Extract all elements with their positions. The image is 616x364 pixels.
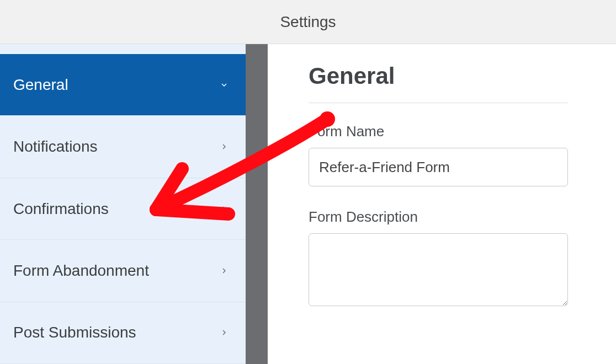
panel-divider (246, 44, 268, 364)
sidebar-item-post-submissions[interactable]: Post Submissions (0, 302, 246, 364)
settings-sidebar: General Notifications Confirmations Form… (0, 44, 246, 364)
sidebar-item-label: Confirmations (13, 200, 219, 218)
chevron-right-icon (219, 204, 229, 214)
sidebar-item-form-abandonment[interactable]: Form Abandonment (0, 240, 246, 302)
settings-header: Settings (0, 0, 616, 44)
sidebar-item-confirmations[interactable]: Confirmations (0, 178, 246, 240)
sidebar-item-label: General (13, 76, 219, 94)
form-name-input[interactable] (309, 148, 568, 186)
form-description-label: Form Description (309, 208, 568, 226)
sidebar-item-label: Post Submissions (13, 324, 219, 341)
field-form-name: Form Name (309, 123, 568, 186)
form-name-label: Form Name (309, 123, 568, 140)
settings-header-title: Settings (280, 13, 336, 31)
chevron-down-icon (219, 80, 229, 90)
sidebar-item-label: Notifications (13, 138, 219, 156)
sidebar-item-label: Form Abandonment (13, 262, 219, 280)
section-title: General (309, 63, 568, 103)
form-description-input[interactable] (309, 233, 568, 306)
sidebar-item-notifications[interactable]: Notifications (0, 116, 246, 178)
chevron-right-icon (219, 142, 229, 152)
chevron-right-icon (219, 328, 229, 338)
layout: General Notifications Confirmations Form… (0, 44, 616, 364)
sidebar-item-general[interactable]: General (0, 54, 246, 116)
chevron-right-icon (219, 266, 229, 276)
settings-content: General Form Name Form Description (268, 44, 616, 364)
field-form-description: Form Description (309, 208, 568, 308)
